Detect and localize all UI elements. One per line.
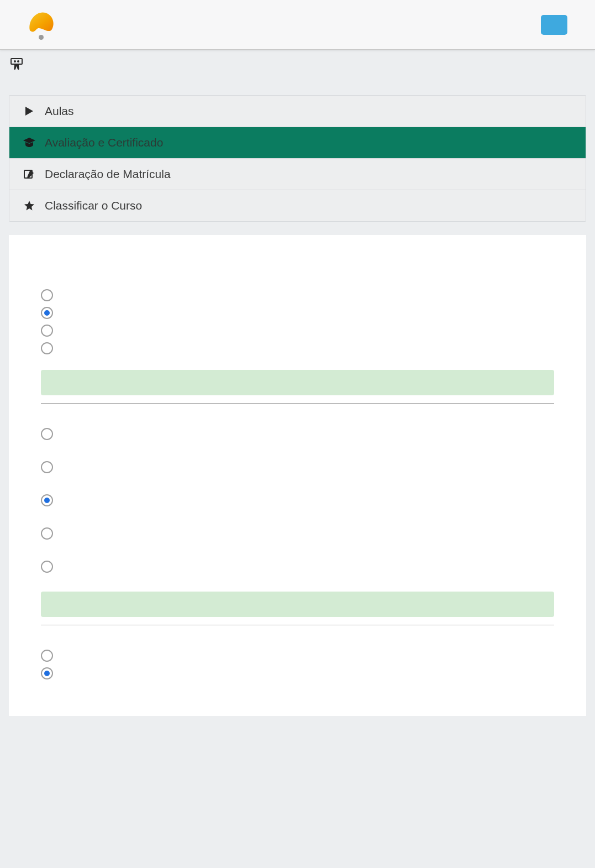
question-block bbox=[41, 426, 554, 625]
navbar bbox=[0, 0, 595, 50]
option-row[interactable] bbox=[41, 340, 554, 357]
tab-label: Avaliação e Certificado bbox=[45, 136, 163, 149]
play-icon bbox=[23, 106, 36, 117]
options-group bbox=[41, 647, 554, 682]
assessment-card bbox=[9, 235, 586, 716]
options-group bbox=[41, 287, 554, 357]
option-row[interactable] bbox=[41, 287, 554, 304]
radio-input[interactable] bbox=[41, 667, 53, 679]
option-row[interactable] bbox=[41, 305, 554, 321]
options-group bbox=[41, 426, 554, 575]
radio-input[interactable] bbox=[41, 561, 53, 573]
question-block bbox=[41, 287, 554, 404]
question-divider bbox=[41, 625, 554, 625]
radio-input[interactable] bbox=[41, 289, 53, 301]
radio-input[interactable] bbox=[41, 428, 53, 440]
option-row[interactable] bbox=[41, 647, 554, 664]
slideshare-icon bbox=[10, 57, 23, 71]
course-tabs: Aulas Avaliação e Certificado Declaração… bbox=[9, 95, 586, 222]
tab-aulas[interactable]: Aulas bbox=[9, 96, 586, 127]
tab-label: Classificar o Curso bbox=[45, 199, 142, 212]
context-icon-row bbox=[0, 50, 595, 79]
logo-dot-icon bbox=[39, 35, 44, 40]
star-icon bbox=[23, 200, 36, 211]
tab-classificar-curso[interactable]: Classificar o Curso bbox=[9, 190, 586, 221]
feedback-success bbox=[41, 592, 554, 617]
radio-input[interactable] bbox=[41, 650, 53, 662]
svg-rect-0 bbox=[11, 59, 22, 64]
question-divider bbox=[41, 403, 554, 404]
option-row[interactable] bbox=[41, 322, 554, 339]
radio-input[interactable] bbox=[41, 307, 53, 319]
svg-point-2 bbox=[17, 60, 19, 62]
option-row[interactable] bbox=[41, 665, 554, 682]
option-row[interactable] bbox=[41, 525, 554, 542]
option-row[interactable] bbox=[41, 426, 554, 442]
tab-label: Aulas bbox=[45, 104, 74, 118]
menu-toggle-button[interactable] bbox=[541, 15, 567, 35]
radio-input[interactable] bbox=[41, 342, 53, 354]
svg-point-1 bbox=[14, 60, 16, 62]
feedback-success bbox=[41, 370, 554, 395]
tab-avaliacao-certificado[interactable]: Avaliação e Certificado bbox=[9, 127, 586, 158]
tab-declaracao-matricula[interactable]: Declaração de Matrícula bbox=[9, 158, 586, 190]
radio-input[interactable] bbox=[41, 494, 53, 506]
question-block bbox=[41, 647, 554, 682]
option-row[interactable] bbox=[41, 558, 554, 575]
graduation-cap-icon bbox=[23, 138, 36, 148]
option-row[interactable] bbox=[41, 492, 554, 509]
tab-label: Declaração de Matrícula bbox=[45, 168, 171, 181]
brand-logo[interactable] bbox=[27, 9, 55, 40]
radio-input[interactable] bbox=[41, 461, 53, 473]
pen-square-icon bbox=[23, 169, 36, 180]
logo-mark-icon bbox=[27, 9, 55, 36]
radio-input[interactable] bbox=[41, 325, 53, 337]
option-row[interactable] bbox=[41, 459, 554, 475]
radio-input[interactable] bbox=[41, 527, 53, 540]
